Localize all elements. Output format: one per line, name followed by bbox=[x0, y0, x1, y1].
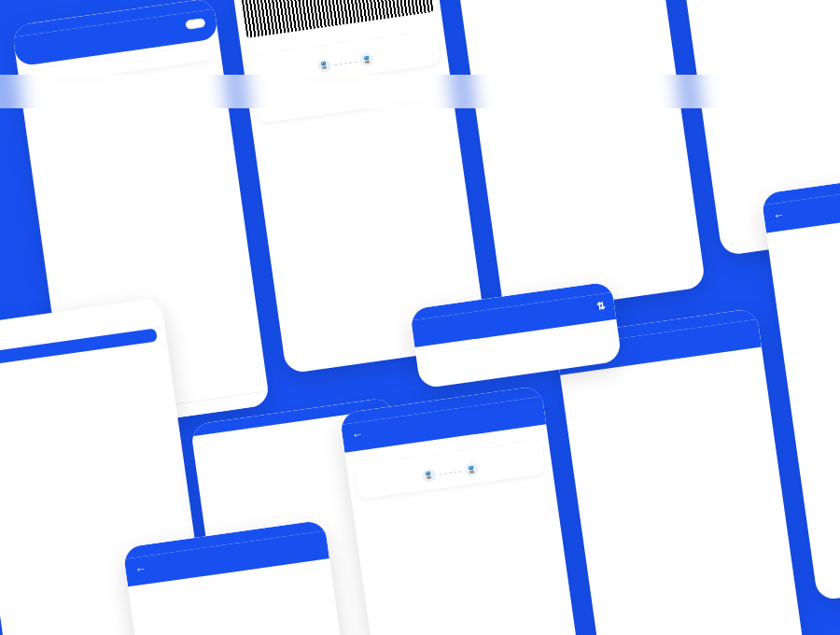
train-end-icon: 🚆 bbox=[359, 52, 374, 67]
phone-booking-details: ← 🚆🚆 bbox=[339, 386, 597, 635]
topup-button[interactable] bbox=[185, 18, 205, 30]
train-end-icon: 🚆 bbox=[464, 462, 479, 477]
train-start-icon: 🚆 bbox=[317, 59, 332, 74]
headline-banner bbox=[0, 75, 840, 108]
back-icon[interactable]: ← bbox=[773, 208, 786, 223]
back-icon[interactable]: ← bbox=[134, 562, 147, 577]
phone-news bbox=[447, 0, 706, 315]
filter-icon[interactable]: ⇅ bbox=[595, 299, 606, 312]
train-start-icon: 🚆 bbox=[422, 468, 437, 483]
back-icon[interactable]: ← bbox=[351, 428, 364, 443]
